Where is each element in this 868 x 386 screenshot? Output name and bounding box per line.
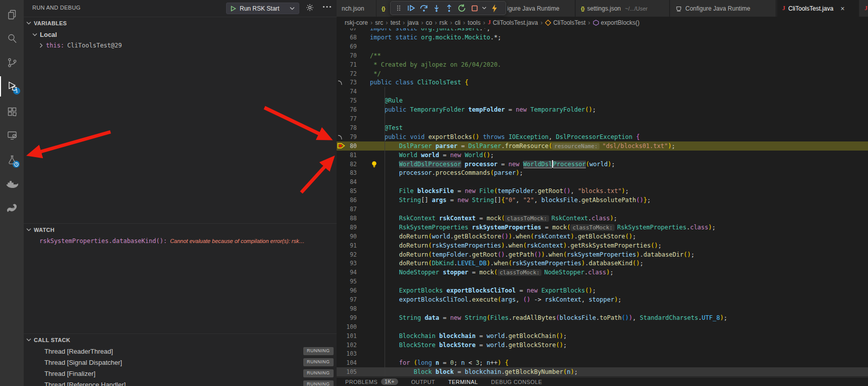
- code-line-91[interactable]: 91 doReturn(rskSystemProperties).when(rs…: [337, 241, 868, 250]
- source-control-icon[interactable]: [0, 53, 24, 73]
- tab-nch.json[interactable]: nch.json: [337, 0, 376, 17]
- breadcrumb-item[interactable]: java: [407, 19, 418, 26]
- code-line-93[interactable]: 93 doReturn(DbKind.LEVEL_DB).when(rskSys…: [337, 259, 868, 268]
- breadcrumb-label: CliToolsTest.java: [493, 19, 538, 26]
- variables-section-header[interactable]: VARIABLES: [24, 17, 337, 29]
- step-out-icon[interactable]: [443, 2, 455, 14]
- explorer-icon[interactable]: [0, 5, 24, 25]
- variable-this-row[interactable]: this: CliToolsTest@29: [24, 40, 337, 51]
- code-line-83[interactable]: 83 processor.processCommands(parser);: [337, 168, 868, 177]
- close-icon[interactable]: ×: [840, 5, 844, 13]
- code-line-85[interactable]: 85 File blocksFile = new File(tempFolder…: [337, 186, 868, 196]
- code-line-102[interactable]: 102 BlockStore blockStore = world.getBlo…: [337, 341, 868, 350]
- code-line-96[interactable]: 96 ExportBlocks exportBlocksCliTool = ne…: [337, 286, 868, 295]
- code-line-70[interactable]: 70/**: [337, 51, 868, 60]
- watch-section-header[interactable]: WATCH: [24, 224, 337, 235]
- testing-icon[interactable]: [0, 150, 24, 170]
- code-line-73[interactable]: 73public class CliToolsTest {: [337, 78, 868, 87]
- code-line-97[interactable]: 97 exportBlocksCliTool.execute(args, () …: [337, 295, 868, 304]
- code-line-92[interactable]: 92 doReturn(tempFolder.getRoot().getPath…: [337, 250, 868, 259]
- code-line-74[interactable]: 74: [337, 87, 868, 96]
- breadcrumb-item[interactable]: co: [426, 19, 432, 26]
- drag-handle-icon[interactable]: [393, 2, 405, 14]
- code-line-101[interactable]: 101 Blockchain blockchain = world.getBlo…: [337, 331, 868, 341]
- gradle-icon[interactable]: [0, 198, 24, 218]
- code-line-103[interactable]: 103: [337, 349, 868, 358]
- gear-icon[interactable]: [306, 4, 314, 12]
- line-number: 94: [342, 268, 357, 277]
- breadcrumb-separator: ›: [540, 19, 542, 26]
- code-line-68[interactable]: 68import static org.mockito.Mockito.*;: [337, 33, 868, 42]
- code-area[interactable]: 67import static org.junit.Assert.*;68imp…: [337, 0, 868, 377]
- breadcrumb-item[interactable]: tools: [468, 19, 480, 26]
- line-number: 78: [342, 123, 357, 132]
- breadcrumb-item[interactable]: test: [391, 19, 400, 26]
- call-stack-section-header[interactable]: CALL STACK: [24, 334, 337, 346]
- stop-icon[interactable]: [468, 2, 480, 14]
- breadcrumb-item[interactable]: cli: [455, 19, 460, 26]
- code-line-71[interactable]: 71 * Created by ajlopez on 26/04/2020.: [337, 60, 868, 69]
- breadcrumb-separator: ›: [483, 19, 485, 26]
- line-number: 99: [342, 313, 357, 322]
- code-line-87[interactable]: 87: [337, 205, 868, 214]
- tab-settings.json[interactable]: {}settings.json~/.../User: [576, 0, 670, 17]
- code-line-79[interactable]: 79 public void exportBlocks() throws IOE…: [337, 132, 868, 141]
- code-line-104[interactable]: 104 for (long n = 0; n < 3; n++) {: [337, 358, 868, 367]
- variables-scope-local[interactable]: Local: [24, 29, 337, 40]
- code-line-100[interactable]: 100: [337, 322, 868, 331]
- code-line-86[interactable]: 86 String[] args = new String[]{"0", "2"…: [337, 196, 868, 205]
- code-line-72[interactable]: 72 */: [337, 69, 868, 78]
- restart-icon[interactable]: [456, 2, 468, 14]
- code-line-95[interactable]: 95: [337, 277, 868, 286]
- hot-code-replace-icon[interactable]: [488, 2, 500, 14]
- panel-tab-label: TERMINAL: [448, 379, 478, 385]
- extensions-icon[interactable]: [0, 102, 24, 122]
- tab-CliToolsTest.java[interactable]: JCliToolsTest.java×: [777, 0, 859, 17]
- search-icon[interactable]: [0, 28, 24, 49]
- code-line-90[interactable]: 90 doReturn(world.getBlockStore()).when(…: [337, 232, 868, 241]
- call-stack-thread-row[interactable]: Thread [Reference Handler]RUNNING: [24, 379, 337, 386]
- code-line-105[interactable]: 105 Block block = blockchain.getBlockByN…: [337, 367, 868, 376]
- watch-expression-row[interactable]: rskSystemProperties.databaseKind(): Cann…: [24, 235, 337, 247]
- tab-partial[interactable]: J: [859, 0, 868, 17]
- code-line-80[interactable]: 80 DslParser parser = DslParser.fromReso…: [337, 141, 868, 151]
- call-stack-thread-row[interactable]: Thread [ReaderThread]RUNNING: [24, 346, 337, 357]
- code-line-98[interactable]: 98: [337, 304, 868, 313]
- breadcrumb-item[interactable]: exportBlocks(): [593, 19, 640, 26]
- thread-label: Thread [Reference Handler]: [44, 381, 126, 386]
- remote-explorer-icon[interactable]: [0, 125, 24, 146]
- docker-icon[interactable]: [0, 174, 24, 194]
- more-actions-icon[interactable]: [322, 6, 332, 8]
- tab-Configure Java Runtime[interactable]: Configure Java Runtime: [670, 0, 776, 17]
- panel-tab-debug-console[interactable]: DEBUG CONSOLE: [491, 379, 542, 385]
- code-line-76[interactable]: 76 public TemporaryFolder tempFolder = n…: [337, 105, 868, 114]
- code-line-94[interactable]: 94 NodeStopper stopper = mock(classToMoc…: [337, 268, 868, 277]
- call-stack-thread-row[interactable]: Thread [Finalizer]RUNNING: [24, 368, 337, 379]
- call-stack-thread-row[interactable]: Thread [Signal Dispatcher]RUNNING: [24, 357, 337, 368]
- stop-dropdown-icon[interactable]: [481, 2, 487, 14]
- code-line-99[interactable]: 99 String data = new String(Files.readAl…: [337, 313, 868, 322]
- code-line-75[interactable]: 75 @Rule: [337, 96, 868, 105]
- continue-icon[interactable]: [405, 2, 417, 14]
- code-line-78[interactable]: 78 @Test: [337, 123, 868, 132]
- breadcrumb-item[interactable]: rskj-core: [345, 19, 368, 26]
- panel-tab-terminal[interactable]: TERMINAL: [448, 379, 478, 385]
- code-line-77[interactable]: 77: [337, 114, 868, 123]
- launch-config-dropdown[interactable]: Run RSK Start: [226, 3, 299, 14]
- step-into-icon[interactable]: [430, 2, 443, 14]
- code-line-69[interactable]: 69: [337, 42, 868, 51]
- breadcrumb-item[interactable]: JCliToolsTest.java: [488, 19, 538, 26]
- breadcrumb-item[interactable]: rsk: [440, 19, 448, 26]
- code-line-88[interactable]: 88 RskContext rskContext = mock(classToM…: [337, 214, 868, 223]
- breadcrumb-item[interactable]: CliToolsTest: [545, 19, 585, 26]
- code-line-81[interactable]: 81 World world = new World();: [337, 151, 868, 160]
- panel-tab-problems[interactable]: PROBLEMS1K+: [345, 378, 398, 385]
- variable-value: CliToolsTest@29: [67, 42, 122, 49]
- code-line-84[interactable]: 84: [337, 177, 868, 186]
- step-over-icon[interactable]: [418, 2, 430, 14]
- run-debug-icon[interactable]: [0, 76, 24, 96]
- breadcrumb-item[interactable]: src: [375, 19, 383, 26]
- code-line-82[interactable]: 82 WorldDslProcessor processor = new Wor…: [337, 160, 868, 169]
- code-line-89[interactable]: 89 RskSystemProperties rskSystemProperti…: [337, 223, 868, 232]
- panel-tab-output[interactable]: OUTPUT: [411, 379, 436, 385]
